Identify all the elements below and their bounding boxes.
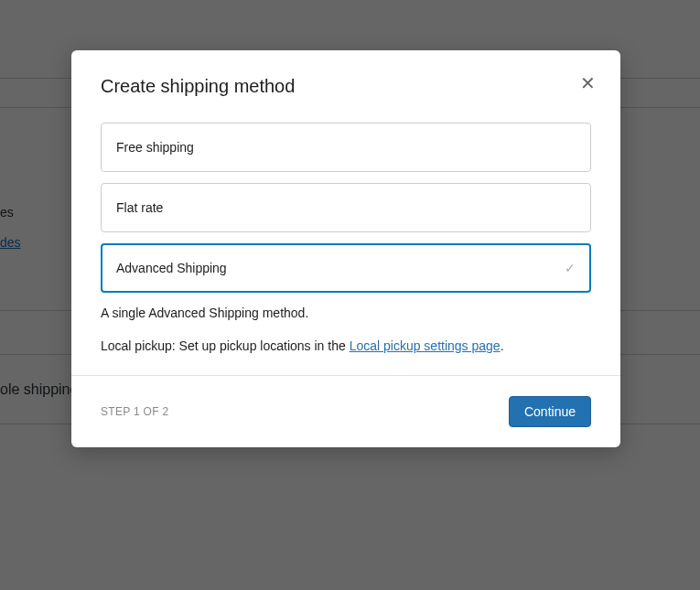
close-icon: ✕	[580, 74, 596, 92]
check-icon: ✓	[565, 261, 576, 275]
option-label: Flat rate	[116, 200, 163, 215]
create-shipping-method-modal: Create shipping method ✕ Free shipping F…	[71, 50, 620, 447]
modal-body: Free shipping Flat rate Advanced Shippin…	[71, 104, 620, 375]
modal-title: Create shipping method	[101, 76, 591, 97]
local-pickup-link[interactable]: Local pickup settings page	[350, 338, 501, 353]
continue-button[interactable]: Continue	[509, 396, 591, 427]
local-pickup-hint: Local pickup: Set up pickup locations in…	[101, 338, 591, 353]
option-advanced-shipping[interactable]: Advanced Shipping ✓	[101, 243, 591, 293]
option-label: Advanced Shipping	[116, 261, 227, 275]
modal-header: Create shipping method ✕	[71, 50, 620, 104]
option-description: A single Advanced Shipping method.	[101, 306, 591, 320]
option-flat-rate[interactable]: Flat rate	[101, 183, 591, 232]
step-indicator: STEP 1 OF 2	[101, 405, 168, 418]
close-button[interactable]: ✕	[576, 72, 598, 94]
option-free-shipping[interactable]: Free shipping	[101, 123, 591, 172]
local-pickup-suffix: .	[501, 338, 504, 353]
modal-footer: STEP 1 OF 2 Continue	[71, 375, 620, 447]
option-label: Free shipping	[116, 140, 194, 155]
local-pickup-prefix: Local pickup: Set up pickup locations in…	[101, 338, 350, 353]
